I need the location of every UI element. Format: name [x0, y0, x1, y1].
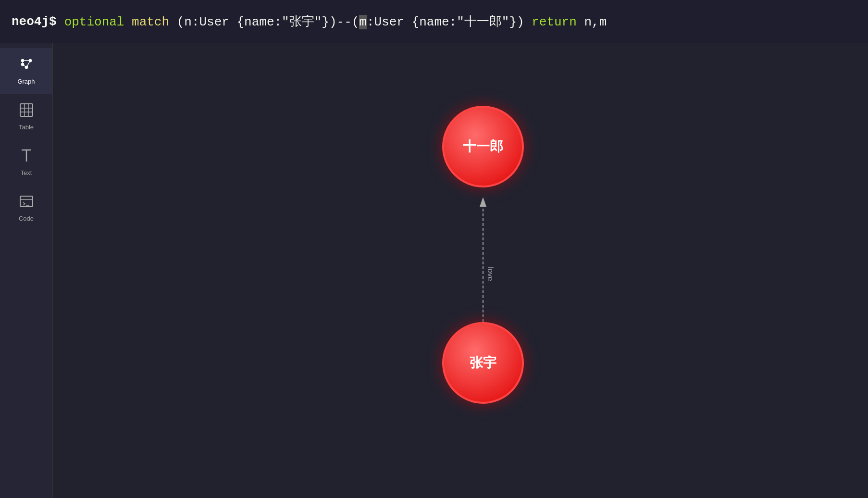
command-bar: neo4j$ optional match (n:User {name:"张宇"…: [0, 0, 868, 43]
svg-rect-8: [20, 104, 33, 116]
sidebar-item-code[interactable]: Code: [0, 185, 52, 231]
cmd-body: (n:User {name:"张宇"})--(: [169, 15, 359, 29]
node-top-label: 十一郎: [463, 137, 503, 156]
sidebar-table-label: Table: [19, 124, 34, 131]
node-bottom-label: 张宇: [470, 354, 496, 372]
cmd-return: return: [532, 15, 577, 29]
sidebar-text-label: Text: [21, 169, 32, 176]
cmd-m-highlight: m: [359, 15, 367, 29]
sidebar-code-label: Code: [19, 215, 34, 222]
sidebar-graph-label: Graph: [17, 78, 35, 85]
cmd-vars: n,m: [577, 15, 607, 29]
text-icon: [19, 148, 34, 166]
svg-line-7: [26, 61, 30, 67]
cmd-rest: :User {name:"十一郎"}): [367, 15, 532, 29]
sidebar-item-text[interactable]: Text: [0, 139, 52, 185]
main-layout: Graph Table Text: [0, 43, 868, 498]
code-icon: [19, 194, 34, 212]
command-text: optional match (n:User {name:"张宇"})--(m:…: [64, 13, 607, 30]
graph-icon: [19, 57, 34, 75]
graph-svg: love: [53, 43, 868, 498]
cmd-optional: optional: [64, 15, 132, 29]
graph-area: love 十一郎 张宇: [53, 43, 868, 498]
prompt-label: neo4j$: [12, 14, 57, 29]
sidebar: Graph Table Text: [0, 43, 53, 498]
node-top[interactable]: 十一郎: [442, 106, 524, 187]
table-icon: [19, 102, 34, 121]
node-bottom[interactable]: 张宇: [442, 322, 524, 404]
edge-label: love: [486, 267, 495, 281]
sidebar-item-table[interactable]: Table: [0, 94, 52, 139]
sidebar-item-graph[interactable]: Graph: [0, 48, 52, 94]
cmd-match: match: [132, 15, 169, 29]
